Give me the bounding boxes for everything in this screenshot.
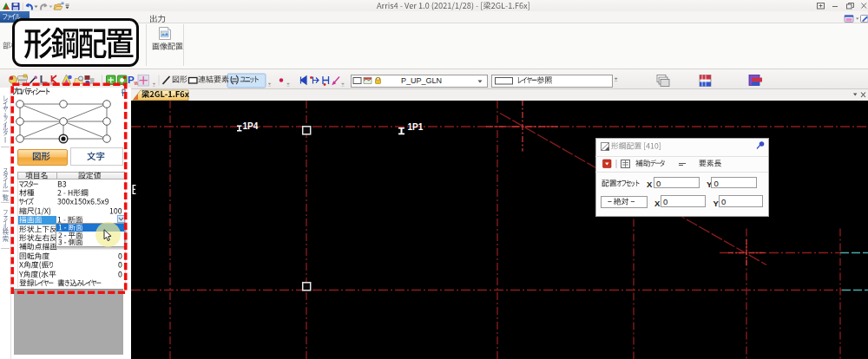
svg-text:1P1: 1P1 [408,121,424,131]
svg-text:1P4: 1P4 [243,121,259,130]
